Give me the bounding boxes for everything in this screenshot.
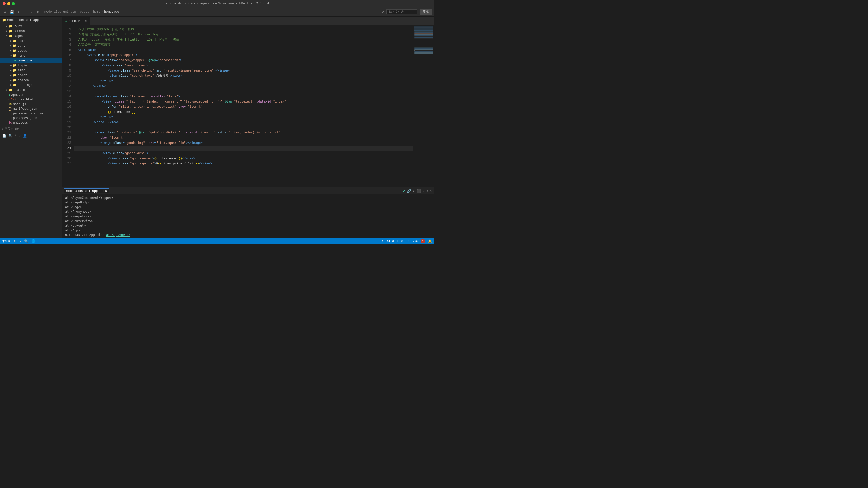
toolbar-icon-star[interactable]: ☆: [29, 9, 35, 15]
line-num-12: 12: [62, 84, 74, 89]
status-line-col: 行:24 列:1: [382, 239, 398, 243]
line-numbers: 1 2 3 4 5 6 7 8 9 10 11 12 13 14 15 16 1…: [62, 25, 74, 187]
sidebar-item-vite[interactable]: ▶ 📁 .vite: [0, 24, 62, 29]
sidebar-icon-search[interactable]: 🔍: [8, 134, 12, 138]
sidebar-item-home[interactable]: ▼ 📁 home: [0, 53, 62, 58]
closed-projects[interactable]: ▶ 已关闭项目: [0, 125, 62, 133]
status-right: 行:24 列:1 UTF-8 Vue 1 🔔: [382, 239, 432, 243]
editor-tab-home-vue[interactable]: ◆ home.vue ×: [62, 17, 90, 25]
code-line-23: <image class="goods-img" :src="item.squa…: [74, 140, 413, 145]
code-line-17: {{ item.name }}: [74, 109, 413, 115]
sidebar-item-order[interactable]: ▶ 📁 order: [0, 73, 62, 78]
sidebar-item-pages[interactable]: ▼ 📁 pages: [0, 34, 62, 38]
code-content[interactable]: //厦门大学计算机专业 | 前华为工程师 //专注《零基础学编程系列》 http…: [74, 25, 413, 187]
status-user[interactable]: 未登录: [2, 239, 10, 243]
line-num-13: 13: [62, 89, 74, 94]
status-icon-list: ≡: [14, 239, 16, 243]
sidebar-item-packagesjson[interactable]: [] packages.json: [0, 116, 62, 121]
line-num-20: 20: [62, 125, 74, 130]
sidebar-label-home-vue: home.vue: [17, 59, 32, 63]
preview-button[interactable]: 预览: [420, 9, 432, 15]
status-icon-indent: ⇥: [19, 239, 21, 243]
line-num-21: 21: [62, 130, 74, 135]
sidebar-item-manifestjson[interactable]: {} manifest.json: [0, 107, 62, 111]
sidebar-item-addr[interactable]: ▶ 📁 addr: [0, 38, 62, 43]
file-input-area: [386, 9, 417, 14]
sidebar-label-pages: pages: [13, 34, 23, 38]
project-root[interactable]: 📁 mcdonalds_uni_app: [0, 17, 62, 24]
tab-close-button[interactable]: ×: [85, 20, 87, 23]
toolbar-icon-forward[interactable]: ›: [22, 9, 28, 15]
line-num-8: 8: [62, 63, 74, 68]
panel-icon-close[interactable]: ×: [430, 189, 432, 193]
sidebar-item-settings[interactable]: ▶ 📁 settings: [0, 83, 62, 88]
line-num-1: 1: [62, 27, 74, 32]
line-num-26: 26: [62, 156, 74, 161]
sidebar-icon-files[interactable]: 📄: [2, 134, 6, 138]
code-line-20: [74, 125, 413, 130]
sidebar-label-manifestjson: manifest.json: [13, 107, 37, 111]
sidebar-item-cart[interactable]: ▶ 📁 cart: [0, 43, 62, 48]
toolbar-icon-filter[interactable]: ⚙: [380, 9, 385, 15]
toolbar-icon-grid[interactable]: ⊞: [2, 9, 8, 15]
panel-icon-external[interactable]: ↗: [423, 189, 425, 193]
file-search-input[interactable]: [386, 9, 417, 14]
sidebar-icon-refresh[interactable]: ↺: [19, 134, 21, 138]
line-num-3: 3: [62, 37, 74, 42]
panel-icon-play[interactable]: ▶: [412, 189, 414, 193]
panel-icon-link[interactable]: 🔗: [407, 189, 411, 193]
status-language: Vue: [413, 239, 418, 243]
breadcrumb-project[interactable]: mcdonalds_uni_app: [44, 10, 76, 14]
line-num-17: 17: [62, 109, 74, 115]
code-line-22: :key="item.k">: [74, 135, 413, 140]
breadcrumb-file[interactable]: home.vue: [104, 10, 119, 14]
panel-icon-stop[interactable]: ⬛: [416, 189, 421, 193]
sidebar-label-login: login: [18, 64, 27, 67]
sidebar-item-search[interactable]: ▶ 📁 search: [0, 78, 62, 83]
sidebar-icon-user[interactable]: 👤: [23, 134, 27, 138]
sidebar-label-mine: mine: [18, 69, 25, 72]
status-bell-icon: 🔔: [428, 239, 432, 243]
sidebar-icon-git[interactable]: ⑃: [14, 134, 17, 138]
toolbar-icon-info[interactable]: ℹ: [373, 9, 379, 15]
toolbar-icon-play[interactable]: ▶: [36, 9, 41, 15]
terminal-link-appvue[interactable]: at App.vue:10: [106, 233, 130, 237]
code-line-12: </view>: [74, 84, 413, 89]
sidebar-label-uniscss: uni.scss: [13, 121, 28, 125]
panel-tab-terminal[interactable]: mcdonalds_uni_app - H5: [64, 189, 109, 193]
panel-icon-check[interactable]: ✓: [403, 189, 405, 193]
status-bar: 未登录 ≡ ⇥ 🔍 🌐 行:24 列:1 UTF-8 Vue 1 🔔: [0, 238, 434, 244]
toolbar-icon-save[interactable]: 💾: [9, 9, 14, 15]
code-line-13: [74, 89, 413, 94]
sidebar-item-indexhtml[interactable]: </> index.html: [0, 97, 62, 102]
line-num-22: 22: [62, 135, 74, 140]
panel-icon-chevron-up[interactable]: ∧: [426, 189, 428, 193]
minimize-button[interactable]: [7, 2, 10, 5]
line-num-23: 23: [62, 140, 74, 145]
sidebar-item-goods[interactable]: ▶ 📁 goods: [0, 48, 62, 53]
sidebar-item-mainjs[interactable]: JS main.js: [0, 102, 62, 107]
sidebar-item-mine[interactable]: ▶ 📁 mine: [0, 68, 62, 73]
breadcrumb: mcdonalds_uni_app › pages › home › home.…: [44, 10, 372, 14]
toolbar-icon-back[interactable]: ‹: [16, 9, 21, 15]
sidebar-label-cart: cart: [18, 44, 25, 48]
close-button[interactable]: [3, 2, 6, 5]
code-line-25: - <view class="goods-desc">: [74, 151, 413, 156]
panel-content[interactable]: at <AsyncComponentWrapper> at <PageBody>…: [62, 194, 434, 238]
sidebar-label-settings: settings: [18, 84, 33, 87]
sidebar-item-login[interactable]: ▶ 📁 login: [0, 63, 62, 68]
sidebar-item-appvue[interactable]: ◆ App.vue: [0, 92, 62, 97]
breadcrumb-pages[interactable]: pages: [80, 10, 89, 14]
code-line-16: v-for="(item, index) in categoryList" :k…: [74, 104, 413, 109]
terminal-line-8: at <App>: [65, 228, 431, 233]
breadcrumb-home[interactable]: home: [93, 10, 100, 14]
sidebar-item-home-vue[interactable]: ◆ home.vue: [0, 58, 62, 63]
line-num-19: 19: [62, 120, 74, 125]
sidebar-item-uniscss[interactable]: Sc uni.scss: [0, 121, 62, 125]
sidebar-item-packagelockjson[interactable]: [] package-lock.json: [0, 111, 62, 116]
maximize-button[interactable]: [12, 2, 15, 5]
line-num-7: 7: [62, 58, 74, 63]
code-line-24: [74, 145, 413, 151]
sidebar-item-common[interactable]: ▶ 📁 common: [0, 29, 62, 34]
sidebar-item-static[interactable]: ▶ 📁 static: [0, 88, 62, 92]
